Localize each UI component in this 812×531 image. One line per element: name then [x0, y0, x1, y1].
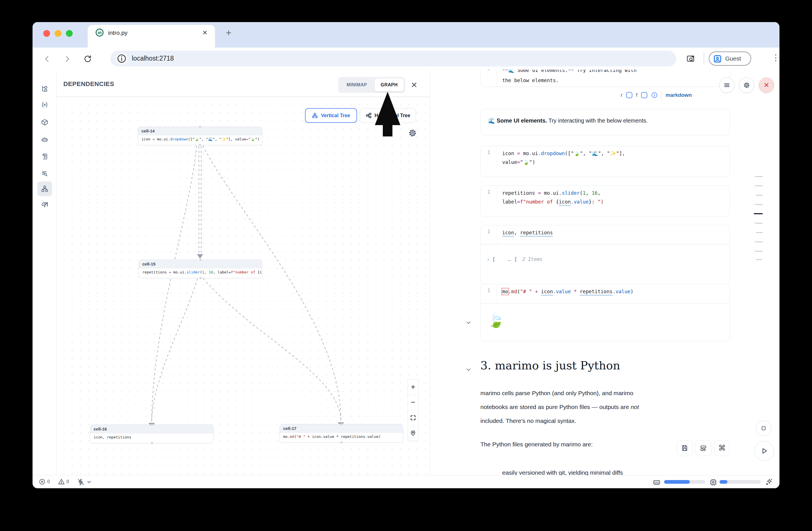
file-explorer-icon[interactable]	[37, 81, 52, 96]
traffic-zoom-button[interactable]	[66, 30, 73, 37]
traffic-minimize-button[interactable]	[55, 30, 61, 37]
dependency-graph-icon[interactable]	[37, 182, 52, 196]
code-cell-slider[interactable]: 1 repetitions = mo.ui.slider(1, 16, labe…	[480, 185, 730, 217]
bracket-close: ]	[514, 256, 517, 262]
collapse-chevron-icon[interactable]	[465, 319, 472, 326]
graph-node-cell-14[interactable]: cell-14 icon = mo.ui.dropdown(["🍃", "🌊",…	[138, 127, 262, 145]
minimap-cell-mark[interactable]	[756, 232, 763, 233]
section-chevron-icon[interactable]	[465, 366, 472, 373]
errors-indicator[interactable]: 0	[39, 478, 50, 485]
ai-sparkle-icon[interactable]	[765, 478, 773, 486]
graph-edges	[57, 97, 430, 475]
locate-button[interactable]	[408, 426, 418, 441]
md-rest-text: Try interacting with the below elements.	[547, 117, 648, 124]
markdown-editor-cell[interactable]: 1 **🌊 Some UI elements.** Try interactin…	[480, 70, 730, 87]
minimap-cell-mark[interactable]	[755, 251, 763, 252]
para-text-2: included. There's no magical syntax.	[480, 417, 576, 424]
reload-icon[interactable]	[84, 55, 92, 63]
code-editor[interactable]: icon = mo.ui.dropdown(["🍃", "🌊", "✨"], v…	[497, 146, 730, 170]
minimap-cell-mark[interactable]	[755, 176, 763, 177]
zoom-in-button[interactable]: +	[408, 379, 418, 395]
scratchpad-icon[interactable]	[37, 149, 52, 164]
tab-graph[interactable]: GRAPH	[375, 78, 404, 91]
minimap-cell-mark[interactable]	[755, 204, 763, 205]
browser-tab[interactable]: m intro.py ✕	[88, 25, 215, 47]
code-cell-dropdown[interactable]: 1 icon = mo.ui.dropdown(["🍃", "🌊", "✨"],…	[480, 146, 730, 177]
r-toggle[interactable]	[626, 92, 632, 98]
search-tabs-icon[interactable]	[686, 54, 696, 64]
view-toggle: MINIMAP GRAPH	[338, 77, 405, 93]
marimo-favicon-icon: m	[96, 29, 104, 37]
tuple-output[interactable]: › [ … ] 2 Items	[481, 245, 730, 262]
horizontal-tree-button[interactable]: Horizontal Tree	[360, 108, 416, 123]
minimap-cell-mark[interactable]	[755, 241, 763, 242]
horizontal-tree-label: Horizontal Tree	[375, 113, 410, 119]
zoom-out-button[interactable]: −	[408, 395, 418, 410]
code-cell-momd[interactable]: 1 mo.md("# " + icon.value * repetitions.…	[480, 284, 730, 341]
code-cell-tuple[interactable]: 1 icon, repetitions › [ … ] 2 Items	[480, 225, 730, 285]
cell-language-bar: r f markdown	[480, 88, 692, 102]
vertical-tree-button[interactable]: Vertical Tree	[305, 108, 357, 123]
cell-menu-button[interactable]	[719, 77, 735, 93]
vertical-tree-label: Vertical Tree	[321, 113, 350, 119]
minimap-cell-mark-active[interactable]	[754, 213, 763, 214]
shutdown-button[interactable]: ✕	[759, 77, 774, 93]
forward-icon[interactable]	[63, 55, 72, 63]
help-icon[interactable]	[37, 198, 52, 213]
packages-icon[interactable]	[37, 115, 52, 130]
layout-button[interactable]	[695, 440, 711, 456]
line-number: 1	[481, 186, 497, 209]
minimap-cell-mark[interactable]	[756, 259, 762, 260]
graph-canvas[interactable]: Vertical Tree Horizontal Tree cell-14 ic…	[57, 97, 430, 475]
variables-icon[interactable]	[37, 97, 52, 112]
fit-view-button[interactable]	[408, 410, 418, 426]
minimap-cell-mark[interactable]	[755, 223, 763, 224]
node-code: repetitions = mo.ui.slider(1, 16, label=…	[139, 268, 262, 276]
minimap-cell-mark[interactable]	[755, 185, 763, 186]
graph-node-cell-17[interactable]: cell-17 mo.md("# " + icon.value * repeti…	[279, 424, 403, 443]
items-count: 2 Items	[520, 256, 543, 262]
panel-title: DEPENDENCIES	[63, 81, 114, 88]
save-icon	[681, 444, 688, 452]
panel-close-icon[interactable]: ✕	[411, 81, 417, 90]
graph-settings-icon[interactable]	[408, 129, 417, 138]
node-title: cell-17	[280, 424, 403, 433]
notebook-settings-button[interactable]	[739, 77, 754, 93]
horizontal-tree-icon	[365, 112, 372, 119]
tab-minimap[interactable]: MINIMAP	[339, 78, 374, 91]
browser-menu-icon[interactable]: ⋮	[771, 53, 780, 62]
error-circle-icon	[39, 478, 46, 485]
graph-node-cell-16[interactable]: cell-16 icon, repetitions	[90, 425, 214, 443]
graph-node-cell-15[interactable]: cell-15 repetitions = mo.ui.slider(1, 16…	[139, 260, 262, 278]
ai-assistant-icon[interactable]	[37, 132, 52, 147]
language-label[interactable]: markdown	[665, 92, 692, 98]
md-bold-text: Some UI elements.	[497, 117, 547, 124]
autorun-toggle[interactable]	[77, 478, 92, 486]
back-icon[interactable]	[43, 55, 51, 63]
cpu-icon	[709, 478, 717, 486]
minimap-cell-mark[interactable]	[756, 195, 763, 196]
code-editor[interactable]: icon, repetitions	[497, 225, 730, 244]
shortcuts-button[interactable]: ⌘	[714, 440, 730, 456]
markdown-source[interactable]: **🌊 Some UI elements.** Try interacting …	[497, 70, 730, 87]
profile-button[interactable]: Guest	[709, 52, 751, 66]
f-toggle[interactable]	[641, 92, 647, 98]
run-button[interactable]	[754, 441, 774, 461]
section-line: The Python files generated by marimo are…	[480, 441, 593, 448]
new-tab-button[interactable]: +	[226, 27, 231, 38]
interrupt-button[interactable]	[756, 421, 771, 436]
url-bar[interactable]: localhost:2718	[110, 51, 676, 67]
info-icon[interactable]	[651, 92, 658, 99]
snippets-search-icon[interactable]	[37, 166, 52, 181]
ram-usage-bar	[664, 480, 705, 484]
site-info-icon[interactable]	[116, 53, 127, 64]
gear-icon	[743, 82, 750, 89]
tab-close-icon[interactable]: ✕	[202, 29, 207, 37]
code-editor[interactable]: mo.md("# " + icon.value * repetitions.va…	[497, 284, 730, 303]
traffic-close-button[interactable]	[43, 30, 50, 37]
save-button[interactable]	[677, 440, 693, 456]
warnings-indicator[interactable]: 0	[58, 478, 69, 485]
warning-triangle-icon	[58, 478, 65, 485]
expand-chevron-icon[interactable]: ›	[487, 257, 490, 262]
code-editor[interactable]: repetitions = mo.ui.slider(1, 16, label=…	[497, 186, 730, 209]
